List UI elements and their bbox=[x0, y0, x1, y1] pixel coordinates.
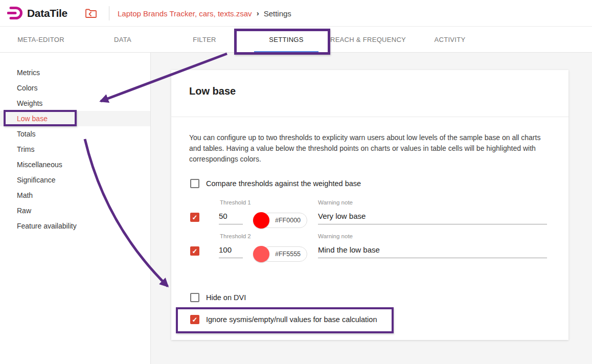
breadcrumb-project-link[interactable]: Laptop Brands Tracker, cars, texts.zsav bbox=[118, 9, 252, 18]
threshold-1-warning-note-label: Warning note bbox=[318, 199, 353, 206]
sidebar-item-weights[interactable]: Weights bbox=[0, 96, 150, 111]
sidebar-item-low-base[interactable]: Low base bbox=[0, 111, 150, 126]
ignore-sysmis-row: Ignore sysmis/empty/null values for base… bbox=[190, 315, 377, 324]
tab-data[interactable]: DATA bbox=[82, 27, 164, 53]
threshold-2-value-input[interactable] bbox=[219, 242, 243, 258]
tab-reach-frequency[interactable]: REACH & FREQUENCY bbox=[327, 27, 409, 53]
compare-weighted-base-checkbox[interactable] bbox=[190, 179, 199, 188]
tab-activity-label: ACTIVITY bbox=[435, 36, 466, 43]
top-bar: DataTile Laptop Brands Tracker, cars, te… bbox=[0, 0, 592, 27]
ignore-sysmis-checkbox[interactable] bbox=[190, 315, 199, 324]
threshold-1-warning-note-input[interactable] bbox=[318, 208, 547, 224]
sidebar-item-colors[interactable]: Colors bbox=[0, 80, 150, 96]
breadcrumb-chevron-icon: › bbox=[257, 9, 259, 17]
sidebar-item-totals[interactable]: Totals bbox=[0, 126, 150, 142]
active-tab-underline bbox=[254, 51, 318, 53]
panel-description: You can configure up to two thresholds t… bbox=[189, 132, 542, 165]
compare-weighted-base-label: Compare thresholds against the weighted … bbox=[206, 179, 361, 188]
panel-title: Low base bbox=[189, 85, 236, 97]
sidebar-item-miscellaneous[interactable]: Miscellaneous bbox=[0, 157, 150, 172]
threshold-2-label: Threshold 2 bbox=[220, 233, 251, 239]
topbar-divider bbox=[109, 6, 109, 20]
threshold-1-checkbox[interactable] bbox=[190, 213, 199, 222]
threshold-1-value-input[interactable] bbox=[219, 208, 243, 224]
tab-filter-label: FILTER bbox=[193, 36, 216, 43]
logo-wordmark: DataTile bbox=[27, 7, 67, 19]
tab-settings[interactable]: SETTINGS bbox=[245, 27, 327, 53]
hide-on-dvi-label: Hide on DVI bbox=[206, 293, 246, 302]
breadcrumb-current-page: Settings bbox=[264, 9, 291, 18]
sidebar-item-feature-availability[interactable]: Feature availability bbox=[0, 218, 150, 234]
breadcrumb: Laptop Brands Tracker, cars, texts.zsav … bbox=[118, 0, 291, 27]
tab-activity[interactable]: ACTIVITY bbox=[409, 27, 491, 53]
sidebar-item-significance[interactable]: Significance bbox=[0, 172, 150, 188]
tab-meta-editor-label: META-EDITOR bbox=[17, 36, 64, 43]
threshold-2-checkbox[interactable] bbox=[190, 246, 199, 256]
hide-on-dvi-row: Hide on DVI bbox=[190, 293, 246, 302]
hide-on-dvi-checkbox[interactable] bbox=[190, 293, 199, 302]
sidebar-item-metrics[interactable]: Metrics bbox=[0, 65, 150, 80]
threshold-1-color-swatch[interactable] bbox=[253, 212, 269, 229]
ignore-sysmis-label: Ignore sysmis/empty/null values for base… bbox=[206, 315, 377, 324]
tab-data-label: DATA bbox=[114, 36, 131, 43]
threshold-2-warning-note-input[interactable] bbox=[318, 242, 547, 258]
back-to-projects-folder-icon[interactable] bbox=[85, 8, 97, 18]
sidebar-item-raw[interactable]: Raw bbox=[0, 203, 150, 218]
tab-reach-frequency-label: REACH & FREQUENCY bbox=[330, 36, 406, 43]
tab-meta-editor[interactable]: META-EDITOR bbox=[0, 27, 82, 53]
compare-weighted-base-row: Compare thresholds against the weighted … bbox=[190, 179, 361, 188]
tab-filter[interactable]: FILTER bbox=[164, 27, 245, 53]
card-header-divider bbox=[171, 117, 568, 117]
datatile-logo-icon bbox=[7, 6, 24, 20]
threshold-1-label: Threshold 1 bbox=[220, 199, 251, 206]
threshold-2-warning-note-label: Warning note bbox=[318, 233, 353, 239]
low-base-settings-card: Low base You can configure up to two thr… bbox=[171, 70, 568, 340]
sidebar-item-math[interactable]: Math bbox=[0, 188, 150, 203]
settings-sidebar: Metrics Colors Weights Low base Totals T… bbox=[0, 53, 151, 364]
sidebar-item-trims[interactable]: Trims bbox=[0, 142, 150, 157]
main-tab-bar: META-EDITOR DATA FILTER SETTINGS REACH &… bbox=[0, 27, 592, 53]
tab-settings-label: SETTINGS bbox=[269, 36, 303, 43]
threshold-2-color-swatch[interactable] bbox=[253, 246, 269, 262]
app-logo[interactable]: DataTile bbox=[7, 6, 67, 20]
